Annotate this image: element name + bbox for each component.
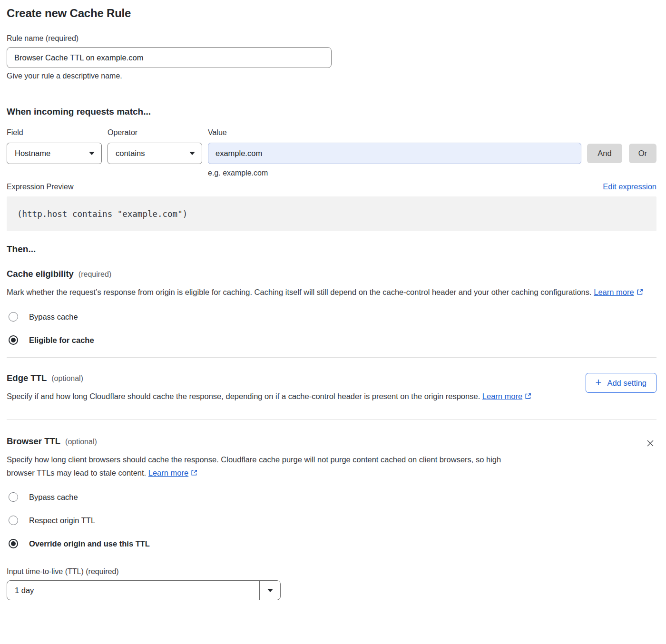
expression-preview-label: Expression Preview	[7, 183, 74, 191]
radio-button[interactable]	[9, 335, 18, 345]
radio-option-respect-origin-ttl[interactable]: Respect origin TTL	[7, 516, 656, 525]
radio-label: Bypass cache	[29, 312, 78, 322]
rule-name-input[interactable]	[7, 47, 332, 68]
match-labels-row: Field Operator Value	[7, 128, 656, 137]
divider	[7, 420, 656, 420]
learn-more-link[interactable]: Learn more	[482, 392, 522, 400]
cache-eligibility-section: Cache eligibility (required) Mark whethe…	[7, 269, 656, 345]
close-browser-ttl-button[interactable]	[644, 437, 656, 451]
field-select[interactable]: Hostname	[7, 143, 102, 164]
external-link-icon	[524, 393, 532, 401]
radio-label: Bypass cache	[29, 493, 78, 502]
operator-select-value: contains	[116, 149, 145, 158]
browser-ttl-description: Specify how long client browsers should …	[7, 453, 525, 480]
edge-ttl-section: Edge TTL (optional) Specify if and how l…	[7, 373, 656, 404]
radio-option-eligible-for-cache[interactable]: Eligible for cache	[7, 335, 656, 345]
add-setting-label: Add setting	[607, 379, 646, 388]
browser-ttl-qualifier: (optional)	[65, 438, 97, 446]
add-setting-button[interactable]: + Add setting	[586, 373, 656, 393]
edit-expression-link[interactable]: Edit expression	[603, 182, 656, 191]
and-button[interactable]: And	[587, 144, 622, 163]
radio-label: Eligible for cache	[29, 336, 94, 345]
value-help: e.g. example.com	[208, 169, 581, 177]
close-icon	[646, 439, 655, 448]
radio-option-override-origin-ttl[interactable]: Override origin and use this TTL	[7, 539, 656, 548]
operator-select[interactable]: contains	[108, 143, 202, 164]
chevron-down-icon	[89, 152, 95, 155]
cache-eligibility-description: Mark whether the request’s response from…	[7, 285, 646, 300]
chevron-down-icon[interactable]	[259, 581, 280, 600]
match-heading: When incoming requests match...	[7, 107, 656, 117]
ttl-select[interactable]: 1 day	[7, 580, 281, 600]
or-button[interactable]: Or	[629, 144, 656, 163]
radio-button[interactable]	[9, 539, 18, 548]
page-title: Create new Cache Rule	[7, 7, 656, 20]
then-heading: Then...	[7, 244, 656, 254]
radio-button[interactable]	[9, 312, 18, 322]
radio-label: Override origin and use this TTL	[29, 539, 150, 548]
rule-name-section: Rule name (required) Give your rule a de…	[7, 34, 656, 80]
value-label: Value	[208, 128, 580, 137]
divider	[7, 357, 656, 358]
match-inputs-row: Hostname contains e.g. example.com And O…	[7, 143, 656, 177]
browser-ttl-section: Browser TTL (optional) Specify how long …	[7, 436, 656, 600]
field-select-value: Hostname	[15, 149, 50, 158]
ttl-select-value: 1 day	[7, 581, 259, 600]
expression-code: (http.host contains "example.com")	[17, 209, 187, 219]
cache-eligibility-qualifier: (required)	[78, 270, 111, 279]
chevron-down-icon	[189, 152, 195, 155]
operator-label: Operator	[108, 128, 202, 137]
radio-option-bypass-cache[interactable]: Bypass cache	[7, 312, 656, 322]
radio-label: Respect origin TTL	[29, 516, 95, 525]
external-link-icon	[636, 289, 644, 297]
edge-ttl-qualifier: (optional)	[51, 374, 83, 383]
edge-ttl-title: Edge TTL	[7, 373, 47, 383]
expression-code-block: (http.host contains "example.com")	[7, 196, 656, 231]
rule-name-label: Rule name (required)	[7, 34, 656, 43]
learn-more-link[interactable]: Learn more	[148, 468, 188, 477]
cache-eligibility-title: Cache eligibility	[7, 269, 74, 279]
match-section: When incoming requests match... Field Op…	[7, 107, 656, 177]
radio-option-bypass-cache[interactable]: Bypass cache	[7, 492, 656, 502]
radio-button[interactable]	[9, 492, 18, 502]
external-link-icon	[190, 469, 198, 478]
divider	[7, 93, 656, 93]
field-label: Field	[7, 128, 102, 137]
learn-more-link[interactable]: Learn more	[594, 288, 634, 296]
radio-button[interactable]	[9, 516, 18, 525]
plus-icon: +	[596, 377, 602, 388]
ttl-input-label: Input time-to-live (TTL) (required)	[7, 567, 656, 576]
ttl-input-section: Input time-to-live (TTL) (required) 1 da…	[7, 567, 656, 600]
rule-name-help: Give your rule a descriptive name.	[7, 72, 656, 80]
value-input[interactable]	[208, 143, 581, 164]
expression-section: Expression Preview Edit expression (http…	[7, 182, 656, 231]
browser-ttl-title: Browser TTL	[7, 436, 60, 447]
edge-ttl-description: Specify if and how long Cloudflare shoul…	[7, 390, 532, 404]
